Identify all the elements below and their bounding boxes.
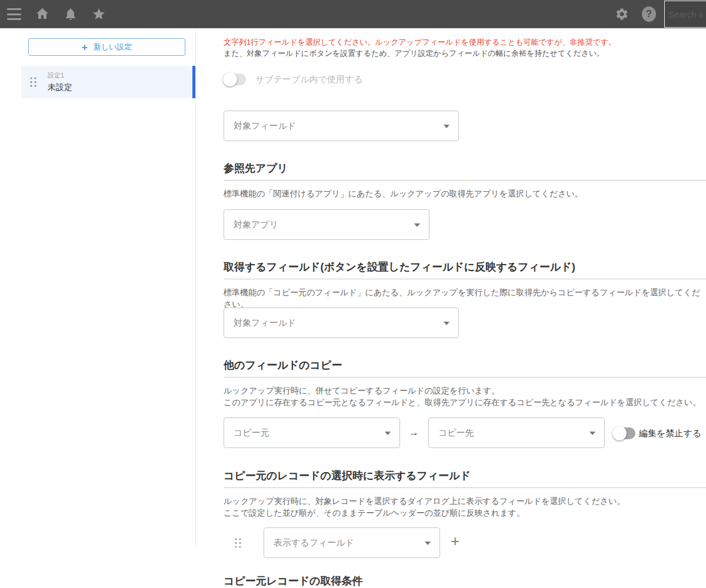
copy-others-desc-line2: このアプリに存在するコピー元となるフィールドと、取得先アプリに存在するコピー先と… xyxy=(224,397,701,407)
prohibit-edit-toggle[interactable] xyxy=(613,427,635,439)
target-field-dropdown[interactable]: 対象フィールド xyxy=(224,111,459,141)
star-icon[interactable] xyxy=(92,7,106,21)
display-fields-desc-line2: ここで設定した並び順が、そのままテーブルヘッダーの並び順に反映されます。 xyxy=(224,508,525,517)
sidebar-item-text: 設定1 未設定 xyxy=(48,71,72,93)
prohibit-edit-label: 編集を禁止する xyxy=(639,428,701,439)
note-text: また、対象フィールドにボタンを設置するため、アプリ設定からフィールドの幅に余裕を… xyxy=(224,48,706,59)
get-field-dropdown[interactable]: 対象フィールド xyxy=(224,308,459,338)
copy-from-dropdown[interactable]: コピー元 xyxy=(224,417,400,448)
setting-value: 未設定 xyxy=(48,82,72,93)
copy-to-dropdown[interactable]: コピー先 xyxy=(428,417,605,448)
sidebar-item-setting1[interactable]: 設定1 未設定 xyxy=(21,66,195,98)
subtable-toggle[interactable] xyxy=(224,74,246,85)
copy-from-placeholder: コピー元 xyxy=(234,427,269,439)
subtable-toggle-label: サブテーブル内で使用する xyxy=(255,74,363,85)
copy-to-placeholder: コピー先 xyxy=(438,427,474,439)
drag-handle-icon[interactable] xyxy=(29,76,37,88)
target-app-placeholder: 対象アプリ xyxy=(234,219,278,230)
display-fields-description: ルックアップ実行時に、対象レコードを選択するダイアログ上に表示するフィールドを選… xyxy=(224,495,706,519)
copy-others-desc-line1: ルックアップ実行時に、併せてコピーするフィールドの設定を行います。 xyxy=(224,386,499,395)
gear-icon[interactable] xyxy=(615,7,629,21)
target-app-dropdown[interactable]: 対象アプリ xyxy=(224,209,429,240)
add-display-field-button[interactable]: + xyxy=(451,533,459,549)
topbar-right-group: ? xyxy=(615,0,706,28)
copy-mapping-row: コピー元 → コピー先 編集を禁止する xyxy=(224,417,706,448)
home-icon[interactable] xyxy=(35,7,49,21)
sidebar-divider xyxy=(195,28,196,547)
section-title-get-field: 取得するフィールド(ボタンを設置したフィールドに反映するフィールド) xyxy=(224,260,706,279)
display-field-row: 表示するフィールド + xyxy=(224,527,706,558)
help-icon[interactable]: ? xyxy=(642,7,656,21)
settings-sidebar: + 新しい設定 設定1 未設定 xyxy=(0,28,195,588)
chevron-down-icon xyxy=(414,223,420,227)
copy-others-description: ルックアップ実行時に、併せてコピーするフィールドの設定を行います。 このアプリに… xyxy=(224,385,706,408)
drag-handle-icon[interactable] xyxy=(234,537,242,549)
ref-app-description: 標準機能の「関連付けるアプリ」にあたる、ルックアップの取得先アプリを選択してくだ… xyxy=(224,188,706,199)
top-navigation-bar: ? xyxy=(0,0,706,28)
menu-icon[interactable] xyxy=(7,7,21,21)
chevron-down-icon xyxy=(444,125,449,128)
settings-main-panel: 文字列1行フィールドを選択してください。ルックアップフィールドを使用することも可… xyxy=(224,28,706,588)
field-selection-notice: 文字列1行フィールドを選択してください。ルックアップフィールドを使用することも可… xyxy=(224,36,706,59)
question-mark-glyph: ? xyxy=(642,6,656,22)
chevron-down-icon xyxy=(385,432,391,435)
right-arrow-icon: → xyxy=(409,427,419,439)
search-input[interactable] xyxy=(664,1,706,28)
add-setting-button[interactable]: + 新しい設定 xyxy=(28,38,185,56)
section-title-display-fields: コピー元のレコードの選択時に表示するフィールド xyxy=(224,469,706,488)
section-title-ref-app: 参照先アプリ xyxy=(224,162,706,181)
plus-icon: + xyxy=(82,42,88,52)
target-field-placeholder: 対象フィールド xyxy=(234,121,296,132)
display-fields-desc-line1: ルックアップ実行時に、対象レコードを選択するダイアログ上に表示するフィールドを選… xyxy=(224,496,625,506)
warning-text: 文字列1行フィールドを選択してください。ルックアップフィールドを使用することも可… xyxy=(224,36,706,48)
chevron-down-icon xyxy=(444,322,449,325)
get-field-placeholder: 対象フィールド xyxy=(234,318,296,329)
section-title-copy-others: 他のフィールドのコピー xyxy=(224,359,706,377)
display-field-placeholder: 表示するフィールド xyxy=(274,537,354,549)
get-field-description: 標準機能の「コピー元のフィールド」にあたる、ルックアップを実行した際に取得先から… xyxy=(224,286,706,310)
hamburger-icon xyxy=(7,8,21,20)
section-title-fetch-condition: コピー元レコードの取得条件 xyxy=(224,574,706,588)
display-field-dropdown[interactable]: 表示するフィールド xyxy=(264,527,440,558)
add-setting-label: 新しい設定 xyxy=(94,42,132,52)
chevron-down-icon xyxy=(590,432,595,435)
setting-name: 設定1 xyxy=(48,71,72,80)
chevron-down-icon xyxy=(425,542,431,545)
bell-icon[interactable] xyxy=(64,7,78,21)
subtable-toggle-row: サブテーブル内で使用する xyxy=(224,74,363,85)
plugin-settings-page: ? + 新しい設定 設定1 未設定 xyxy=(0,0,706,588)
